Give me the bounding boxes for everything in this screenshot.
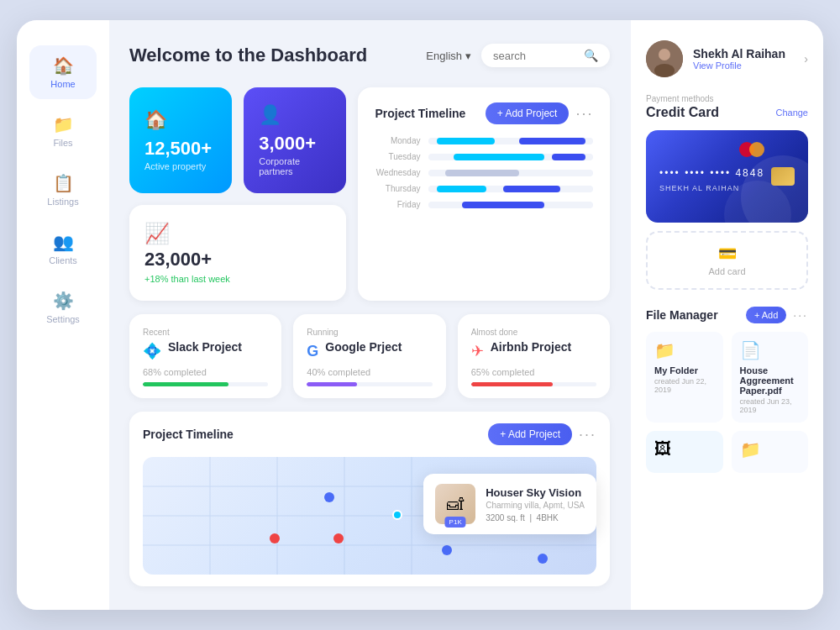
- credit-card: •••• •••• •••• 4848 SHEKH AL RAIHAN: [646, 130, 808, 223]
- day-label: Thursday: [375, 184, 420, 193]
- slack-icon: 💠: [143, 342, 161, 360]
- sidebar-item-clients[interactable]: 👥 Clients: [29, 222, 97, 276]
- timeline-row-monday: Monday: [375, 136, 593, 145]
- folder-icon: 📁: [654, 340, 715, 360]
- sidebar-item-label: Files: [53, 138, 72, 148]
- file-item-agreement[interactable]: 📄 House Aggreement Paper.pdf created Jun…: [732, 332, 809, 423]
- file-item-image[interactable]: 🖼: [646, 431, 723, 473]
- file-menu-button[interactable]: ···: [793, 308, 808, 322]
- add-project-button-2[interactable]: + Add Project: [488, 423, 572, 445]
- header-controls: English ▾ 🔍: [426, 44, 610, 67]
- timeline-bar-area: [428, 170, 593, 176]
- profile-info: Shekh Al Raihan View Profile: [693, 47, 785, 71]
- bottom-timeline-header: Project Timeline + Add Project ···: [143, 423, 596, 445]
- progress-row: 65% completed: [471, 367, 596, 377]
- add-card-icon: 💳: [718, 244, 737, 263]
- svg-point-8: [659, 49, 670, 60]
- progress-text: 68% completed: [143, 367, 207, 377]
- map-dot-cyan: [392, 510, 402, 520]
- stat-card-total: 📈 23,000+ +18% than last week: [129, 205, 346, 301]
- file-date: created Jun 23, 2019: [740, 397, 801, 414]
- project-card-slack[interactable]: Recent 💠 Slack Project 68% completed: [129, 314, 281, 398]
- file-add-button[interactable]: + Add: [746, 307, 786, 323]
- property-subtitle: Charming villa, Apmt, USA: [486, 501, 585, 510]
- file-name: House Aggreement Paper.pdf: [740, 365, 801, 396]
- payment-header: Credit Card Change: [646, 105, 808, 120]
- progress-bar-bg: [307, 382, 432, 386]
- property-badge: P1K: [445, 517, 466, 528]
- property-popup[interactable]: 🛋 P1K Houser Sky Vision Charming villa, …: [423, 474, 596, 534]
- mc-orange-circle: [749, 142, 764, 157]
- sidebar-item-listings[interactable]: 📋 Listings: [29, 163, 97, 217]
- timeline-menu-button-2[interactable]: ···: [579, 426, 596, 444]
- timeline-menu-button[interactable]: ···: [575, 105, 593, 123]
- change-card-button[interactable]: Change: [775, 108, 808, 118]
- map-dot-red-2: [333, 533, 344, 543]
- home-stat-icon: 🏠: [144, 109, 217, 131]
- timeline-row-friday: Friday: [375, 200, 593, 209]
- timeline-title: Project Timeline: [375, 107, 465, 120]
- map-dot-blue-3: [538, 554, 548, 564]
- language-selector[interactable]: English ▾: [426, 50, 471, 62]
- image-icon: 🖼: [654, 439, 715, 459]
- map-container: 🛋 P1K Houser Sky Vision Charming villa, …: [143, 457, 596, 575]
- chart-icon: 📈: [144, 222, 331, 245]
- sidebar-item-settings[interactable]: ⚙️ Settings: [29, 281, 97, 334]
- avatar: [646, 40, 683, 77]
- sidebar-item-label: Listings: [47, 197, 78, 207]
- profile-name: Shekh Al Raihan: [693, 47, 785, 60]
- listings-icon: 📋: [53, 173, 74, 193]
- bottom-timeline-title: Project Timeline: [143, 428, 234, 441]
- file-grid: 📁 My Folder created Jun 22, 2019 📄 House…: [646, 332, 808, 473]
- project-status-label: Running: [307, 328, 432, 337]
- project-name: Google Prject: [325, 340, 402, 354]
- sidebar-item-home[interactable]: 🏠 Home: [29, 45, 97, 99]
- payment-title: Credit Card: [646, 105, 719, 120]
- timeline-row-thursday: Thursday: [375, 184, 593, 193]
- sidebar: 🏠 Home 📁 Files 📋 Listings 👥 Clients ⚙️ S…: [17, 20, 109, 610]
- corporate-partners-value: 3,000+: [259, 133, 331, 155]
- day-label: Tuesday: [375, 152, 420, 161]
- view-profile-link[interactable]: View Profile: [693, 60, 785, 71]
- stats-column: 🏠 12,500+ Active property 👤 3,000+ Corpo…: [129, 87, 346, 301]
- timeline-bar: [454, 154, 544, 160]
- google-icon: G: [307, 343, 318, 360]
- chevron-down-icon: ▾: [465, 50, 471, 62]
- project-status-label: Recent: [143, 328, 268, 337]
- sidebar-item-label: Clients: [49, 255, 77, 265]
- file-manager-header: File Manager + Add ···: [646, 307, 808, 323]
- airbnb-icon: ✈: [471, 342, 484, 360]
- timeline-bar: [552, 154, 585, 160]
- project-card-google[interactable]: Running G Google Prject 40% completed: [293, 314, 445, 398]
- file-date: created Jun 22, 2019: [654, 377, 715, 394]
- stat-card-corporate-partners: 👤 3,000+ Corporate partners: [244, 87, 346, 193]
- sidebar-item-files[interactable]: 📁 Files: [29, 104, 97, 158]
- add-card-button[interactable]: 💳 Add card: [646, 231, 808, 290]
- projects-row: Recent 💠 Slack Project 68% completed Run…: [129, 314, 610, 398]
- payment-section: Payment methods Credit Card Change •••• …: [646, 94, 808, 290]
- timeline-bar: [462, 202, 544, 208]
- search-input[interactable]: [493, 50, 577, 62]
- file-item-folder-2[interactable]: 📁: [732, 431, 809, 473]
- page-title: Welcome to the Dashboard: [129, 45, 367, 66]
- timeline-row-tuesday: Tuesday: [375, 152, 593, 161]
- search-bar: 🔍: [481, 44, 610, 67]
- timeline-row-wednesday: Wednesday: [375, 168, 593, 177]
- right-panel: Shekh Al Raihan View Profile › Payment m…: [630, 20, 823, 610]
- search-icon: 🔍: [584, 49, 598, 62]
- main-content: Welcome to the Dashboard English ▾ 🔍: [109, 20, 630, 610]
- file-item-my-folder[interactable]: 📁 My Folder created Jun 22, 2019: [646, 332, 723, 423]
- project-card-airbnb[interactable]: Almost done ✈ Airbnb Project 65% complet…: [458, 314, 610, 398]
- header: Welcome to the Dashboard English ▾ 🔍: [129, 44, 610, 67]
- timeline-bar: [445, 170, 519, 176]
- day-label: Monday: [375, 136, 420, 145]
- project-name: Slack Project: [168, 340, 242, 354]
- timeline-bar: [519, 138, 585, 144]
- card-holder-name: SHEKH AL RAIHAN: [659, 184, 795, 192]
- progress-text: 65% completed: [471, 367, 535, 377]
- person-stat-icon: 👤: [259, 104, 331, 126]
- stat-card-active-property: 🏠 12,500+ Active property: [129, 87, 232, 193]
- map-dot-blue: [324, 492, 334, 502]
- add-project-button[interactable]: + Add Project: [486, 102, 570, 124]
- profile-chevron-icon[interactable]: ›: [804, 52, 808, 66]
